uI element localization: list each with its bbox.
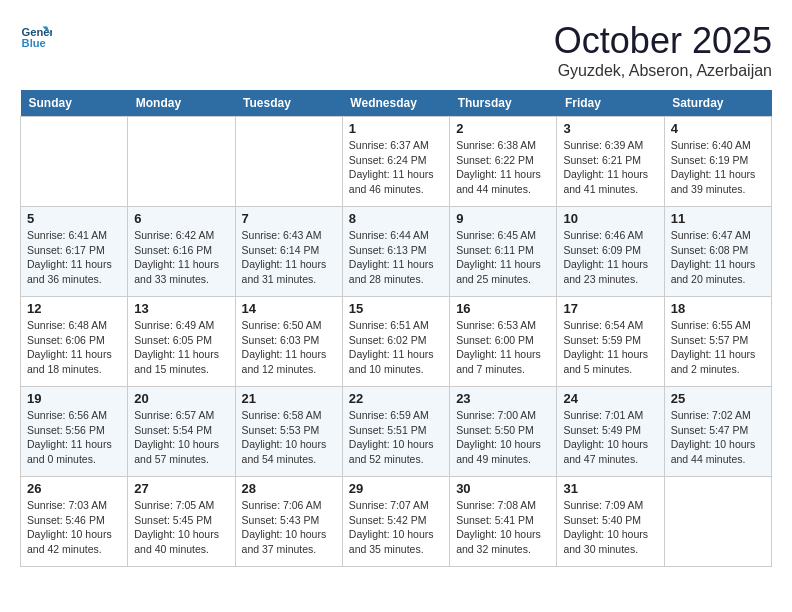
day-info: Sunrise: 6:53 AM Sunset: 6:00 PM Dayligh… xyxy=(456,318,550,377)
calendar-cell xyxy=(21,117,128,207)
day-number: 16 xyxy=(456,301,550,316)
day-info: Sunrise: 6:41 AM Sunset: 6:17 PM Dayligh… xyxy=(27,228,121,287)
calendar-cell xyxy=(664,477,771,567)
day-number: 18 xyxy=(671,301,765,316)
calendar-cell: 29Sunrise: 7:07 AM Sunset: 5:42 PM Dayli… xyxy=(342,477,449,567)
calendar-cell: 5Sunrise: 6:41 AM Sunset: 6:17 PM Daylig… xyxy=(21,207,128,297)
day-info: Sunrise: 6:42 AM Sunset: 6:16 PM Dayligh… xyxy=(134,228,228,287)
calendar-cell: 10Sunrise: 6:46 AM Sunset: 6:09 PM Dayli… xyxy=(557,207,664,297)
weekday-header-row: SundayMondayTuesdayWednesdayThursdayFrid… xyxy=(21,90,772,117)
day-info: Sunrise: 6:57 AM Sunset: 5:54 PM Dayligh… xyxy=(134,408,228,467)
calendar-cell: 7Sunrise: 6:43 AM Sunset: 6:14 PM Daylig… xyxy=(235,207,342,297)
weekday-header: Saturday xyxy=(664,90,771,117)
calendar-week-row: 12Sunrise: 6:48 AM Sunset: 6:06 PM Dayli… xyxy=(21,297,772,387)
day-number: 13 xyxy=(134,301,228,316)
day-info: Sunrise: 6:49 AM Sunset: 6:05 PM Dayligh… xyxy=(134,318,228,377)
day-number: 28 xyxy=(242,481,336,496)
day-number: 4 xyxy=(671,121,765,136)
calendar-cell: 21Sunrise: 6:58 AM Sunset: 5:53 PM Dayli… xyxy=(235,387,342,477)
day-number: 17 xyxy=(563,301,657,316)
calendar-cell: 25Sunrise: 7:02 AM Sunset: 5:47 PM Dayli… xyxy=(664,387,771,477)
weekday-header: Sunday xyxy=(21,90,128,117)
day-info: Sunrise: 7:02 AM Sunset: 5:47 PM Dayligh… xyxy=(671,408,765,467)
day-info: Sunrise: 7:05 AM Sunset: 5:45 PM Dayligh… xyxy=(134,498,228,557)
day-number: 12 xyxy=(27,301,121,316)
day-number: 24 xyxy=(563,391,657,406)
day-info: Sunrise: 6:38 AM Sunset: 6:22 PM Dayligh… xyxy=(456,138,550,197)
day-info: Sunrise: 7:07 AM Sunset: 5:42 PM Dayligh… xyxy=(349,498,443,557)
day-info: Sunrise: 6:47 AM Sunset: 6:08 PM Dayligh… xyxy=(671,228,765,287)
day-number: 5 xyxy=(27,211,121,226)
calendar-cell: 28Sunrise: 7:06 AM Sunset: 5:43 PM Dayli… xyxy=(235,477,342,567)
day-number: 22 xyxy=(349,391,443,406)
day-number: 31 xyxy=(563,481,657,496)
day-info: Sunrise: 6:44 AM Sunset: 6:13 PM Dayligh… xyxy=(349,228,443,287)
calendar-cell: 4Sunrise: 6:40 AM Sunset: 6:19 PM Daylig… xyxy=(664,117,771,207)
day-info: Sunrise: 7:00 AM Sunset: 5:50 PM Dayligh… xyxy=(456,408,550,467)
weekday-header: Friday xyxy=(557,90,664,117)
calendar-cell: 9Sunrise: 6:45 AM Sunset: 6:11 PM Daylig… xyxy=(450,207,557,297)
day-info: Sunrise: 6:43 AM Sunset: 6:14 PM Dayligh… xyxy=(242,228,336,287)
weekday-header: Monday xyxy=(128,90,235,117)
day-info: Sunrise: 7:03 AM Sunset: 5:46 PM Dayligh… xyxy=(27,498,121,557)
day-number: 9 xyxy=(456,211,550,226)
calendar-cell: 12Sunrise: 6:48 AM Sunset: 6:06 PM Dayli… xyxy=(21,297,128,387)
day-number: 3 xyxy=(563,121,657,136)
day-info: Sunrise: 7:06 AM Sunset: 5:43 PM Dayligh… xyxy=(242,498,336,557)
day-number: 30 xyxy=(456,481,550,496)
day-info: Sunrise: 6:54 AM Sunset: 5:59 PM Dayligh… xyxy=(563,318,657,377)
day-info: Sunrise: 7:09 AM Sunset: 5:40 PM Dayligh… xyxy=(563,498,657,557)
calendar-cell: 1Sunrise: 6:37 AM Sunset: 6:24 PM Daylig… xyxy=(342,117,449,207)
day-info: Sunrise: 7:01 AM Sunset: 5:49 PM Dayligh… xyxy=(563,408,657,467)
day-info: Sunrise: 6:39 AM Sunset: 6:21 PM Dayligh… xyxy=(563,138,657,197)
day-info: Sunrise: 6:48 AM Sunset: 6:06 PM Dayligh… xyxy=(27,318,121,377)
calendar-cell: 24Sunrise: 7:01 AM Sunset: 5:49 PM Dayli… xyxy=(557,387,664,477)
logo: General Blue xyxy=(20,20,52,52)
day-info: Sunrise: 6:51 AM Sunset: 6:02 PM Dayligh… xyxy=(349,318,443,377)
title-section: October 2025 Gyuzdek, Abseron, Azerbaija… xyxy=(554,20,772,80)
day-info: Sunrise: 6:40 AM Sunset: 6:19 PM Dayligh… xyxy=(671,138,765,197)
calendar-cell: 31Sunrise: 7:09 AM Sunset: 5:40 PM Dayli… xyxy=(557,477,664,567)
day-number: 27 xyxy=(134,481,228,496)
weekday-header: Tuesday xyxy=(235,90,342,117)
day-number: 2 xyxy=(456,121,550,136)
day-number: 15 xyxy=(349,301,443,316)
day-number: 21 xyxy=(242,391,336,406)
calendar-cell: 26Sunrise: 7:03 AM Sunset: 5:46 PM Dayli… xyxy=(21,477,128,567)
day-info: Sunrise: 6:58 AM Sunset: 5:53 PM Dayligh… xyxy=(242,408,336,467)
calendar-cell: 6Sunrise: 6:42 AM Sunset: 6:16 PM Daylig… xyxy=(128,207,235,297)
logo-icon: General Blue xyxy=(20,20,52,52)
day-number: 25 xyxy=(671,391,765,406)
day-info: Sunrise: 6:56 AM Sunset: 5:56 PM Dayligh… xyxy=(27,408,121,467)
location-subtitle: Gyuzdek, Abseron, Azerbaijan xyxy=(554,62,772,80)
month-title: October 2025 xyxy=(554,20,772,62)
calendar-week-row: 26Sunrise: 7:03 AM Sunset: 5:46 PM Dayli… xyxy=(21,477,772,567)
calendar-cell xyxy=(128,117,235,207)
calendar-cell: 27Sunrise: 7:05 AM Sunset: 5:45 PM Dayli… xyxy=(128,477,235,567)
day-number: 14 xyxy=(242,301,336,316)
day-number: 20 xyxy=(134,391,228,406)
day-number: 11 xyxy=(671,211,765,226)
calendar: SundayMondayTuesdayWednesdayThursdayFrid… xyxy=(20,90,772,567)
weekday-header: Wednesday xyxy=(342,90,449,117)
day-info: Sunrise: 6:59 AM Sunset: 5:51 PM Dayligh… xyxy=(349,408,443,467)
calendar-cell: 23Sunrise: 7:00 AM Sunset: 5:50 PM Dayli… xyxy=(450,387,557,477)
calendar-cell: 2Sunrise: 6:38 AM Sunset: 6:22 PM Daylig… xyxy=(450,117,557,207)
day-number: 8 xyxy=(349,211,443,226)
calendar-cell: 3Sunrise: 6:39 AM Sunset: 6:21 PM Daylig… xyxy=(557,117,664,207)
day-number: 23 xyxy=(456,391,550,406)
svg-text:Blue: Blue xyxy=(22,37,46,49)
day-info: Sunrise: 6:55 AM Sunset: 5:57 PM Dayligh… xyxy=(671,318,765,377)
day-info: Sunrise: 7:08 AM Sunset: 5:41 PM Dayligh… xyxy=(456,498,550,557)
header: General Blue October 2025 Gyuzdek, Abser… xyxy=(20,20,772,80)
calendar-cell: 17Sunrise: 6:54 AM Sunset: 5:59 PM Dayli… xyxy=(557,297,664,387)
calendar-week-row: 5Sunrise: 6:41 AM Sunset: 6:17 PM Daylig… xyxy=(21,207,772,297)
calendar-cell: 20Sunrise: 6:57 AM Sunset: 5:54 PM Dayli… xyxy=(128,387,235,477)
weekday-header: Thursday xyxy=(450,90,557,117)
day-number: 26 xyxy=(27,481,121,496)
day-number: 7 xyxy=(242,211,336,226)
calendar-week-row: 1Sunrise: 6:37 AM Sunset: 6:24 PM Daylig… xyxy=(21,117,772,207)
calendar-cell: 15Sunrise: 6:51 AM Sunset: 6:02 PM Dayli… xyxy=(342,297,449,387)
day-number: 29 xyxy=(349,481,443,496)
day-info: Sunrise: 6:46 AM Sunset: 6:09 PM Dayligh… xyxy=(563,228,657,287)
